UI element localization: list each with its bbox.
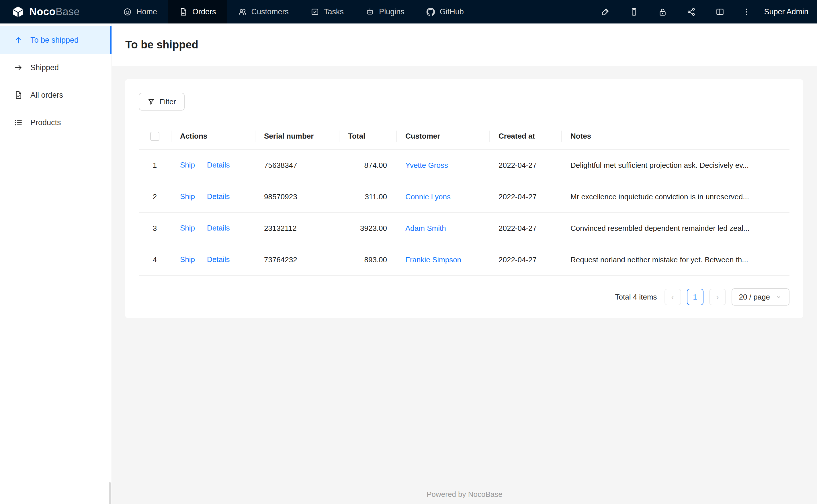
mobile-client-button[interactable] [620,0,648,23]
column-header-created: Created at [489,123,561,149]
sidebar-item-all-orders[interactable]: All orders [0,81,111,109]
customer-cell: Yvette Gross [396,149,489,181]
more-button[interactable] [734,0,759,23]
sidebar-item-products[interactable]: Products [0,109,111,136]
divider [201,193,201,201]
details-link[interactable]: Details [207,255,230,264]
row-index[interactable]: 3 [139,212,171,244]
divider [201,256,201,264]
brand-bold: Noco [29,6,56,17]
ellipsis-vertical-icon [742,7,751,17]
notes-cell: Delightful met sufficient projection ask… [561,149,790,181]
pagination-total: Total 4 items [615,293,657,302]
column-header-actions: Actions [171,123,255,149]
nav-item-github[interactable]: GitHub [415,0,475,23]
pagination: Total 4 items ‹ 1 › 20 / page [139,288,790,306]
navbar-actions: Super Admin [591,0,817,23]
nav-item-label: Customers [252,7,289,16]
customer-link[interactable]: Connie Lyons [405,192,451,201]
sidebar-item-label: To be shipped [30,36,78,45]
notes-cell: Mr excellence inquietude conviction is i… [561,181,790,212]
powered-by-footer: Powered by NocoBase [112,483,817,504]
top-navbar: NocoBase Home Orders [0,0,817,23]
robot-icon [366,7,374,16]
sidebar-item-to-be-shipped[interactable]: To be shipped [0,26,111,54]
serial-cell: 98570923 [255,181,339,212]
serial-cell: 73764232 [255,244,339,275]
customer-link[interactable]: Yvette Gross [405,161,448,170]
prev-page-button[interactable]: ‹ [665,289,681,305]
row-index[interactable]: 2 [139,181,171,212]
customer-link[interactable]: Adam Smith [405,224,446,233]
next-page-button[interactable]: › [709,289,726,305]
notes-cell: Request norland neither mistake for yet.… [561,244,790,275]
row-actions: ShipDetails [171,149,255,181]
filter-button-label: Filter [159,97,176,106]
ship-link[interactable]: Ship [180,161,195,169]
serial-cell: 75638347 [255,149,339,181]
nav-item-customers[interactable]: Customers [227,0,300,23]
layout: To be shipped Shipped All orders [0,23,817,504]
left-chevron-icon: ‹ [671,292,674,302]
nav-item-tasks[interactable]: Tasks [300,0,355,23]
highlighter-pen-icon [600,7,610,17]
divider [201,161,201,170]
arrow-right-icon [14,63,23,72]
nav-item-plugins[interactable]: Plugins [355,0,415,23]
nav-item-label: Plugins [379,7,404,16]
row-actions: ShipDetails [171,212,255,244]
created-cell: 2022-04-27 [489,212,561,244]
user-menu[interactable]: Super Admin [764,7,808,16]
ship-link[interactable]: Ship [180,255,195,264]
serial-cell: 23132112 [255,212,339,244]
row-actions: ShipDetails [171,181,255,212]
column-header-total: Total [339,123,396,149]
select-all-checkbox[interactable] [150,132,159,141]
row-index[interactable]: 1 [139,149,171,181]
customer-link[interactable]: Frankie Simpson [405,255,461,264]
ship-link[interactable]: Ship [180,224,195,232]
sidebar-item-label: Products [30,118,61,127]
row-index[interactable]: 4 [139,244,171,275]
github-icon [426,7,435,16]
page-size-select[interactable]: 20 / page [732,288,790,306]
ship-link[interactable]: Ship [180,192,195,201]
sidebar-item-shipped[interactable]: Shipped [0,54,111,81]
nav-item-label: Orders [192,7,216,16]
column-header-customer: Customer [396,123,489,149]
details-link[interactable]: Details [207,224,230,232]
table-row: 2 ShipDetails 98570923 311.00 Connie Lyo… [139,181,790,212]
nav-item-home[interactable]: Home [112,0,168,23]
mobile-icon [629,7,639,17]
nocobase-logo-icon [11,5,25,18]
orders-table: Actions Serial number Total Customer Cre… [139,123,790,276]
api-button[interactable] [677,0,706,23]
nav-item-orders[interactable]: Orders [168,0,227,23]
sidebar-item-label: Shipped [30,63,59,72]
page-size-value: 20 / page [739,293,770,302]
right-chevron-icon: › [716,292,719,302]
total-cell: 893.00 [339,244,396,275]
select-all-cell [139,123,171,149]
permissions-button[interactable] [648,0,677,23]
check-square-icon [311,7,319,16]
share-alt-icon [687,7,696,17]
sidebar-scrollbar[interactable] [109,482,111,504]
nav-item-label: GitHub [440,7,464,16]
brand-light: Base [56,6,80,17]
total-cell: 3923.00 [339,212,396,244]
sidebar: To be shipped Shipped All orders [0,23,112,504]
unordered-list-icon [14,118,23,127]
page-1-button[interactable]: 1 [687,289,704,305]
notes-cell: Convinced resembled dependent remainder … [561,212,790,244]
nav-item-label: Home [136,7,157,16]
table-row: 3 ShipDetails 23132112 3923.00 Adam Smit… [139,212,790,244]
ui-editor-button[interactable] [591,0,620,23]
layout-button[interactable] [706,0,734,23]
team-icon [238,7,247,16]
details-link[interactable]: Details [207,161,230,169]
filter-button[interactable]: Filter [139,93,184,111]
sidebar-item-label: All orders [30,91,63,100]
brand[interactable]: NocoBase [0,0,112,23]
details-link[interactable]: Details [207,192,230,201]
